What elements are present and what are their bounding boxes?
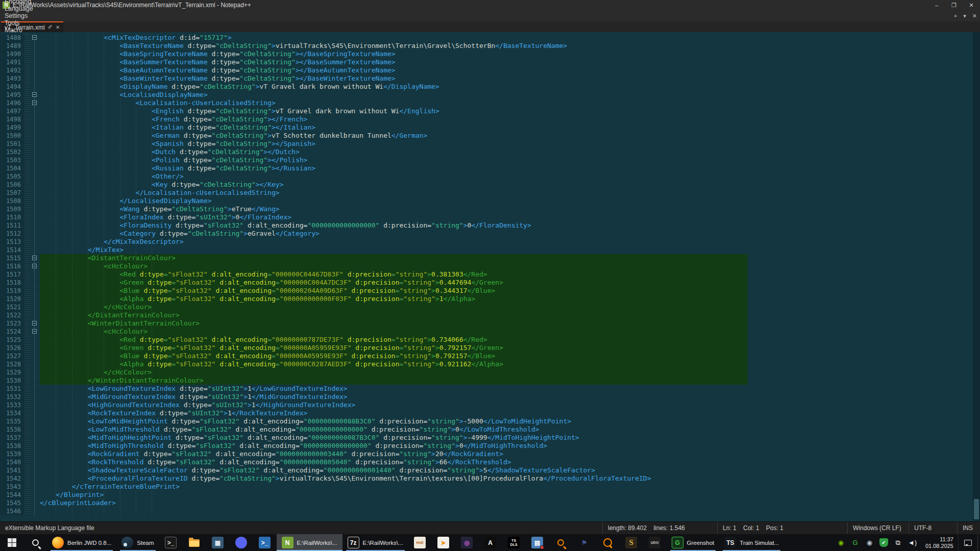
code-line[interactable]: 1512 <Category d:type="cDeltaString">eGr… bbox=[0, 230, 980, 238]
hxd-app[interactable]: HxD bbox=[408, 534, 432, 551]
code-line[interactable]: 1532 <MidGroundTextureIndex d:type="sUIn… bbox=[0, 393, 980, 401]
code-text[interactable]: <Russian d:type="cDeltaString"></Russian… bbox=[40, 164, 315, 172]
notification-center-button[interactable] bbox=[958, 534, 977, 551]
close-tab-button[interactable]: ✕ bbox=[972, 13, 977, 19]
code-line[interactable]: 1491 <BaseSummerTextureName d:type="cDel… bbox=[0, 58, 980, 66]
line-number[interactable]: 1498 bbox=[0, 115, 24, 123]
code-line[interactable]: 1495 <LocalisedDisplayName> bbox=[0, 91, 980, 99]
fold-collapse-icon[interactable] bbox=[32, 35, 37, 40]
code-text[interactable]: <BaseTextureName d:type="cDeltaString">v… bbox=[40, 42, 567, 50]
code-line[interactable]: 1490 <BaseSpringTextureName d:type="cDel… bbox=[0, 50, 980, 58]
line-number[interactable]: 1502 bbox=[0, 148, 24, 156]
line-number[interactable]: 1531 bbox=[0, 385, 24, 393]
code-text[interactable]: </Blueprint> bbox=[40, 491, 104, 499]
code-line[interactable]: 1523 <WinterDistantTerrainColour> bbox=[0, 319, 980, 328]
code-line[interactable]: 1543 </cTerrainTextureBluePrint> bbox=[0, 483, 980, 491]
line-number[interactable]: 1495 bbox=[0, 91, 24, 99]
line-number[interactable]: 1489 bbox=[0, 42, 24, 50]
line-number[interactable]: 1496 bbox=[0, 99, 24, 107]
status-insert-mode[interactable]: INS bbox=[957, 522, 980, 534]
code-text[interactable]: <LocalisedDisplayName> bbox=[40, 91, 208, 99]
code-line[interactable]: 1520 <Alpha d:type="sFloat32" d:alt_enco… bbox=[0, 295, 980, 303]
line-number[interactable]: 1526 bbox=[0, 344, 24, 352]
line-number[interactable]: 1544 bbox=[0, 491, 24, 499]
code-line[interactable]: 1517 <Red d:type="sFloat32" d:alt_encodi… bbox=[0, 270, 980, 279]
line-number[interactable]: 1545 bbox=[0, 499, 24, 507]
line-number[interactable]: 1538 bbox=[0, 442, 24, 450]
train-tool-app[interactable]: ▤ bbox=[526, 534, 549, 551]
code-text[interactable]: <German d:type="cDeltaString">vT Schotte… bbox=[40, 132, 427, 140]
code-line[interactable]: 1539 <RockGradient d:type="sFloat32" d:a… bbox=[0, 450, 980, 458]
code-line[interactable]: 1536 <LowToMidThreshold d:type="sFloat32… bbox=[0, 425, 980, 434]
code-line[interactable]: 1508 </LocalisedDisplayName> bbox=[0, 197, 980, 205]
line-number[interactable]: 1541 bbox=[0, 466, 24, 474]
line-number[interactable]: 1493 bbox=[0, 74, 24, 83]
code-line[interactable]: 1540 <RockThreshold d:type="sFloat32" d:… bbox=[0, 458, 980, 466]
code-text[interactable]: <DisplayName d:type="cDeltaString">vT Gr… bbox=[40, 83, 439, 91]
line-number[interactable]: 1507 bbox=[0, 189, 24, 197]
code-text[interactable]: <Key d:type="cDeltaString"></Key> bbox=[40, 181, 283, 189]
code-text[interactable]: <FloraIndex d:type="sUInt32">0</FloraInd… bbox=[40, 213, 291, 221]
code-text[interactable]: <Dutch d:type="cDeltaString"></Dutch> bbox=[40, 148, 300, 156]
code-text[interactable]: <DistantTerrainColour> bbox=[40, 254, 176, 262]
code-line[interactable]: 1505 <Other/> bbox=[0, 172, 980, 181]
code-text[interactable]: <ProceduralFloraTextureID d:type="cDelta… bbox=[40, 474, 651, 483]
start-button[interactable] bbox=[0, 534, 23, 551]
code-text[interactable]: <WinterDistantTerrainColour> bbox=[40, 319, 200, 328]
code-text[interactable]: <Green d:type="sFloat32" d:alt_encoding=… bbox=[40, 279, 503, 287]
nvidia-tray-icon[interactable]: ◉ bbox=[837, 538, 845, 547]
code-line[interactable]: 1500 <German d:type="cDeltaString">vT Sc… bbox=[0, 132, 980, 140]
code-text[interactable]: </cTerrainTextureBluePrint> bbox=[40, 483, 180, 491]
code-line[interactable]: 1507 </Localisation-cUserLocalisedString… bbox=[0, 189, 980, 197]
code-line[interactable]: 1537 <MidToHighHeightPoint d:type="sFloa… bbox=[0, 434, 980, 442]
code-text[interactable]: <RockTextureIndex d:type="sUInt32">1</Ro… bbox=[40, 409, 307, 417]
line-number[interactable]: 1524 bbox=[0, 328, 24, 336]
code-text[interactable]: <Alpha d:type="sFloat32" d:alt_encoding=… bbox=[40, 295, 475, 303]
close-tab-icon[interactable]: ✕ bbox=[56, 24, 60, 30]
line-number[interactable]: 1513 bbox=[0, 238, 24, 246]
line-number[interactable]: 1511 bbox=[0, 221, 24, 230]
code-text[interactable]: <Blue d:type="sFloat32" d:alt_encoding="… bbox=[40, 287, 495, 295]
code-line[interactable]: 1506 <Key d:type="cDeltaString"></Key> bbox=[0, 181, 980, 189]
code-line[interactable]: 1545</cBlueprintLoader> bbox=[0, 499, 980, 507]
code-line[interactable]: 1516 <cHcColour> bbox=[0, 262, 980, 270]
steam-app[interactable]: Steam bbox=[116, 534, 159, 551]
code-line[interactable]: 1531 <LowGroundTextureIndex d:type="sUIn… bbox=[0, 385, 980, 393]
line-number[interactable]: 1519 bbox=[0, 287, 24, 295]
code-text[interactable]: <MidToHighThreshold d:type="sFloat32" d:… bbox=[40, 442, 547, 450]
code-line[interactable]: 1493 <BaseWinterTextureName d:type="cDel… bbox=[0, 74, 980, 83]
search-button[interactable] bbox=[23, 534, 47, 551]
file-explorer[interactable] bbox=[183, 534, 206, 551]
menu-encoding[interactable]: Encoding bbox=[0, 0, 38, 5]
code-text[interactable]: </cHcColour> bbox=[40, 303, 152, 311]
code-text[interactable]: <French d:type="cDeltaString"></French> bbox=[40, 115, 307, 123]
minimize-button[interactable]: – bbox=[928, 0, 945, 10]
line-number[interactable]: 1546 bbox=[0, 507, 24, 515]
line-number[interactable]: 1518 bbox=[0, 279, 24, 287]
menu-language[interactable]: Language bbox=[0, 5, 38, 12]
fold-collapse-icon[interactable] bbox=[32, 101, 37, 105]
code-line[interactable]: 1522 </DistantTerrainColour> bbox=[0, 311, 980, 319]
code-text[interactable]: </cMixTexDescriptor> bbox=[40, 238, 184, 246]
train-simulator-app[interactable]: TSTrain Simulat... bbox=[719, 534, 784, 551]
ts-dls-app[interactable]: TS DLS bbox=[502, 534, 526, 551]
line-number[interactable]: 1508 bbox=[0, 197, 24, 205]
code-line[interactable]: 1492 <BaseAutumnTextureName d:type="cDel… bbox=[0, 66, 980, 74]
code-line[interactable]: 1527 <Blue d:type="sFloat32" d:alt_encod… bbox=[0, 352, 980, 360]
line-number[interactable]: 1532 bbox=[0, 393, 24, 401]
code-line[interactable]: 1526 <Green d:type="sFloat32" d:alt_enco… bbox=[0, 344, 980, 352]
code-line[interactable]: 1501 <Spanish d:type="cDeltaString"></Sp… bbox=[0, 140, 980, 148]
search-tool-small[interactable] bbox=[549, 534, 573, 551]
fold-collapse-icon[interactable] bbox=[32, 92, 37, 97]
code-text[interactable]: <LowToMidHeightPoint d:type="sFloat32" d… bbox=[40, 417, 571, 425]
cmd-app[interactable]: >_ bbox=[159, 534, 183, 551]
code-line[interactable]: 1502 <Dutch d:type="cDeltaString"></Dutc… bbox=[0, 148, 980, 156]
steam-tray-icon[interactable]: ◉ bbox=[865, 538, 874, 547]
code-text[interactable]: </DistantTerrainColour> bbox=[40, 311, 180, 319]
line-number[interactable]: 1520 bbox=[0, 295, 24, 303]
code-text[interactable]: </WinterDistantTerrainColour> bbox=[40, 377, 204, 385]
code-line[interactable]: 1521 </cHcColour> bbox=[0, 303, 980, 311]
code-line[interactable]: 1489 <BaseTextureName d:type="cDeltaStri… bbox=[0, 42, 980, 50]
line-number[interactable]: 1497 bbox=[0, 107, 24, 115]
line-number[interactable]: 1500 bbox=[0, 132, 24, 140]
